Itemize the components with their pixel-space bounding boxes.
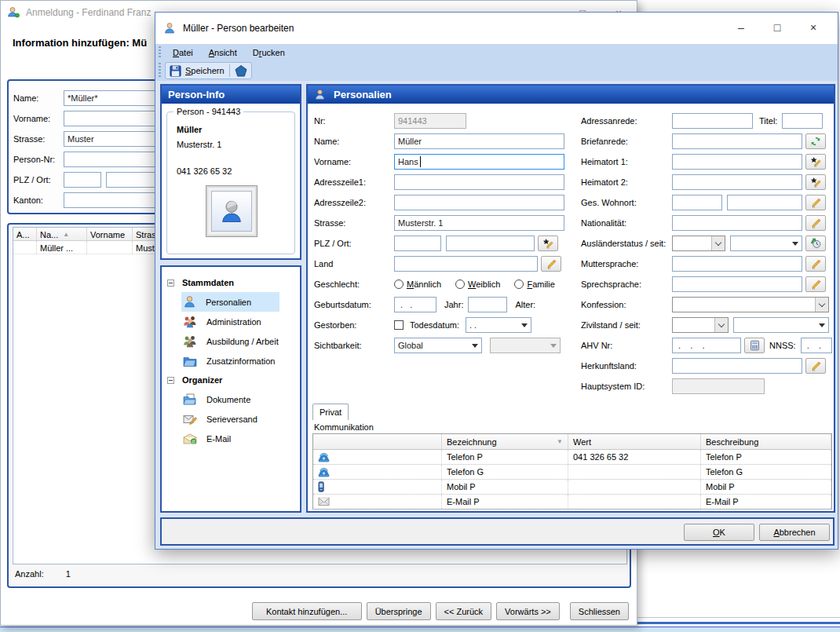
land-input[interactable] [394,256,538,272]
muttersprache-input[interactable] [672,256,802,272]
geschlecht-label: Geschlecht: [314,279,394,289]
ueberspringe-button[interactable]: Überspringe [367,602,431,620]
kontakt-hinzufuegen-button[interactable]: Kontakt hinzufügen... [252,602,362,620]
auslaenderstatus-combobox[interactable] [672,236,725,251]
tree-item-zusatzinformation[interactable]: Zusatzinformation [162,351,300,371]
konfession-combobox[interactable] [672,297,829,312]
adresszeile1-input[interactable] [394,174,564,190]
comm-row-telefon-g[interactable]: Telefon G Telefon G [313,465,831,480]
vorwaerts-button[interactable]: Vorwärts >> [496,602,560,620]
tree-group-stammdaten[interactable]: Stammdaten [162,273,300,292]
ges-wohnort-ort-input[interactable] [727,195,802,210]
herkunftsland-edit-button[interactable] [805,358,826,374]
strasse-input[interactable] [394,215,564,231]
adressanrede-input[interactable] [672,113,753,129]
col-header-a[interactable]: A... [13,228,37,240]
zivilstand-combobox[interactable] [672,317,729,333]
dialog-maximize-icon[interactable]: □ [759,16,795,38]
adresszeile2-input[interactable] [394,195,564,210]
auslaenderstatus-history-button[interactable] [805,236,826,251]
sichtbarkeit-combobox[interactable]: Global [394,338,482,353]
menubar-grip[interactable] [159,46,161,58]
zurueck-button[interactable]: << Zurück [436,602,492,620]
ort-input[interactable] [446,236,535,251]
schliessen-button[interactable]: Schliessen [570,602,629,620]
land-label: Land [314,259,394,269]
comm-row-telefon-p[interactable]: Telefon P 041 326 65 32 Telefon P [313,450,831,465]
heimatort1-input[interactable] [672,154,802,170]
menu-ansicht[interactable]: Ansicht [201,44,245,60]
briefanrede-input[interactable] [672,133,802,149]
dropdown-arrow-icon [550,344,557,348]
land-edit-button[interactable] [541,256,561,272]
nationalitaet-edit-button[interactable] [805,215,826,231]
abbrechen-button[interactable]: Abbrechen [759,524,830,541]
name-input[interactable] [394,133,564,149]
comm-col-bezeichnung[interactable]: Bezeichnung▼ [442,434,568,449]
briefanrede-label: Briefanrede: [581,137,672,146]
col-header-na[interactable]: Na...▲ [37,228,87,240]
ahv-nr-input[interactable] [672,338,741,353]
auslaenderstatus-seit-combobox[interactable] [730,236,802,251]
bg-plz-input[interactable] [64,172,101,188]
briefanrede-refresh-button[interactable] [805,133,826,149]
comm-col-icon[interactable] [313,434,442,449]
tree-item-dokumente[interactable]: Dokumente [162,389,300,409]
sprechsprache-edit-button[interactable] [805,276,826,292]
comm-row-email-p[interactable]: E-Mail P E-Mail P [313,495,831,510]
person-icon [183,295,196,309]
menu-drucken[interactable]: Drucken [245,44,293,60]
collapse-icon[interactable] [167,279,174,287]
ahv-calculator-button[interactable] [744,338,765,353]
collapse-icon[interactable] [167,377,174,384]
star-pencil-icon [542,238,554,250]
tree-group-organizer[interactable]: Organizer [162,371,300,389]
radio-weiblich[interactable] [455,279,465,289]
nnss-input[interactable] [801,338,832,353]
zivilstand-seit-combobox[interactable] [733,317,829,333]
dialog-close-icon[interactable]: × [795,16,831,38]
tree-item-personalien[interactable]: Personalien [162,292,279,312]
radio-familie[interactable] [514,279,524,289]
heimatort2-input[interactable] [672,174,802,190]
menu-datei[interactable]: Datei [165,44,201,60]
comm-row-mobil-p[interactable]: Mobil P Mobil P [313,480,831,495]
pentagon-icon[interactable] [235,64,247,77]
muttersprache-edit-button[interactable] [805,256,826,272]
sprechsprache-input[interactable] [672,276,802,292]
ges-wohnort-edit-button[interactable] [805,195,826,210]
speichern-button[interactable]: Speichern [170,65,225,77]
heimatort1-lookup-button[interactable] [805,154,826,170]
tree-item-ausbildung[interactable]: Ausbildung / Arbeit [162,331,300,351]
tree-item-serieversand[interactable]: Serieversand [162,409,300,429]
radio-maennlich[interactable] [394,279,404,289]
window-person-bearbeiten: Müller - Person bearbeiten – □ × Datei A… [155,12,838,550]
titel-input[interactable] [782,113,823,129]
tab-privat[interactable]: Privat [312,404,349,420]
dialog-titlebar[interactable]: Müller - Person bearbeiten – □ × [155,13,838,44]
comm-col-wert[interactable]: Wert [568,434,701,449]
tree-item-email[interactable]: @ E-Mail [162,429,300,448]
photo-person-icon [218,198,245,225]
heimatort2-lookup-button[interactable] [805,174,826,190]
plz-input[interactable] [394,236,441,251]
ges-wohnort-plz-input[interactable] [672,195,722,210]
adresszeile1-label: Adresszeile1: [314,177,394,187]
col-header-vorname[interactable]: Vorname [87,228,133,240]
refresh-icon [810,136,821,147]
ok-button[interactable]: OK [684,524,754,541]
gestorben-checkbox[interactable] [394,320,404,330]
phone-icon [318,452,330,462]
tree-item-administration[interactable]: Administration [162,312,300,331]
photo-button[interactable] [206,185,257,237]
toolbar-grip[interactable] [159,63,161,79]
ort-lookup-button[interactable] [538,236,558,251]
comm-col-beschreibung[interactable]: Beschreibung [701,434,831,449]
ges-wohnort-label: Ges. Wohnort: [581,198,672,207]
jahr-input[interactable] [468,297,507,312]
dialog-minimize-icon[interactable]: – [723,16,759,38]
nationalitaet-input[interactable] [672,215,802,231]
herkunftsland-input[interactable] [672,358,802,374]
geburtsdatum-input[interactable] [394,297,436,312]
todesdatum-combobox[interactable]: . . [466,317,531,333]
